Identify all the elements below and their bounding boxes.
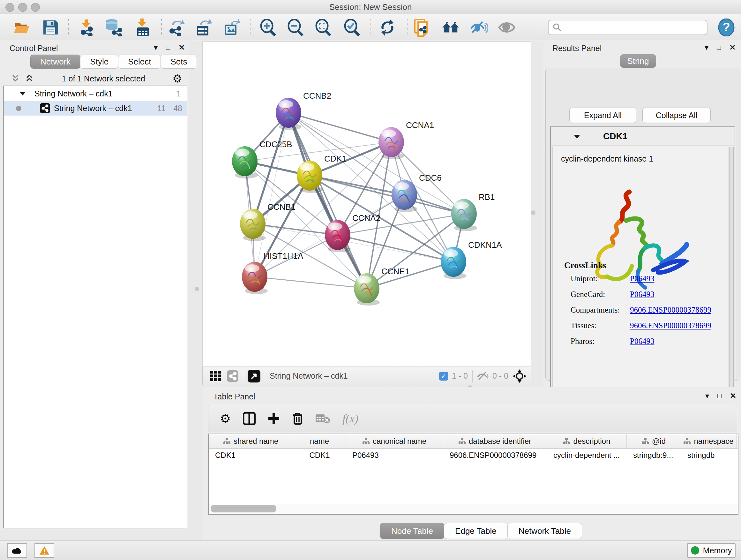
- collapse-entry-arrow-icon[interactable]: [573, 134, 581, 139]
- zoom-fit-button[interactable]: [315, 18, 333, 37]
- close-panel-icon[interactable]: ✕: [179, 44, 185, 51]
- memory-button[interactable]: Memory: [687, 543, 736, 558]
- collection-expand-arrow-icon[interactable]: [19, 91, 26, 96]
- edge-CCNB2-CCNE1[interactable]: [288, 113, 367, 288]
- table-options-gear-icon[interactable]: ⚙: [220, 412, 231, 426]
- node-CCNB1[interactable]: CCNB1: [240, 202, 295, 241]
- table-cell[interactable]: cyclin-dependent ...: [547, 449, 627, 462]
- save-session-button[interactable]: [42, 18, 59, 37]
- float-panel-icon[interactable]: ▾: [704, 44, 709, 51]
- table-cell[interactable]: stringdb:9...: [627, 449, 681, 462]
- tab-string[interactable]: String: [620, 54, 656, 68]
- pan-crosshair-icon[interactable]: [513, 369, 526, 383]
- column-header--id[interactable]: @id: [627, 434, 681, 448]
- shared-column-icon: [642, 438, 649, 444]
- gene-header-row[interactable]: CDK1: [551, 127, 735, 146]
- home-networks-button[interactable]: [442, 18, 460, 37]
- network-canvas[interactable]: CCNB2CCNA1CDC25BCDK1CDC6RB1CCNB1CCNA2CDK…: [202, 42, 531, 367]
- warnings-button[interactable]: [35, 543, 54, 558]
- birdseye-view-icon[interactable]: [248, 370, 260, 382]
- float-panel-icon[interactable]: ▾: [154, 44, 158, 51]
- add-column-plus-icon[interactable]: [268, 413, 280, 425]
- crosslink-link[interactable]: 9606.ENSP00000378699: [630, 321, 711, 330]
- column-header-shared-name[interactable]: shared name: [209, 434, 293, 448]
- crosslink-link[interactable]: P06493: [630, 290, 654, 299]
- tab-sets[interactable]: Sets: [160, 55, 197, 69]
- export-network-button[interactable]: [167, 18, 185, 37]
- table-cell[interactable]: stringdb: [681, 449, 737, 462]
- close-panel-icon[interactable]: ✕: [730, 392, 736, 400]
- tab-select[interactable]: Select: [118, 55, 161, 69]
- edge-CDKN1A-CCNE1[interactable]: [367, 262, 454, 288]
- cloud-button[interactable]: [7, 543, 27, 558]
- search-field[interactable]: [548, 20, 708, 35]
- node-RB1[interactable]: RB1: [451, 192, 495, 231]
- network-row[interactable]: String Network – cdk1 11 48: [4, 101, 187, 116]
- scrollbar-thumb[interactable]: [211, 505, 276, 512]
- right-splitter-handle[interactable]: [531, 210, 536, 215]
- selected-checkbox-icon[interactable]: ✓: [439, 372, 448, 381]
- tab-network[interactable]: Network: [30, 55, 80, 69]
- expand-all-button[interactable]: Expand All: [569, 108, 636, 123]
- tab-edge-table[interactable]: Edge Table: [444, 523, 508, 539]
- table-cell[interactable]: CDK1: [209, 449, 293, 462]
- float-panel-icon[interactable]: ▾: [705, 392, 709, 400]
- collapse-all-chevron-icon[interactable]: [11, 74, 20, 83]
- search-input[interactable]: [564, 23, 707, 32]
- close-panel-icon[interactable]: ✕: [729, 44, 736, 51]
- table-horizontal-scrollbar[interactable]: [209, 504, 737, 513]
- node-table[interactable]: shared namenamecanonical namedatabase id…: [208, 434, 738, 515]
- zoom-in-button[interactable]: [259, 18, 277, 37]
- node-CCNA1[interactable]: CCNA1: [379, 120, 434, 159]
- tab-network-table[interactable]: Network Table: [508, 523, 582, 539]
- help-button[interactable]: ?: [718, 18, 735, 37]
- maximize-panel-icon[interactable]: □: [718, 392, 722, 400]
- maximize-panel-icon[interactable]: □: [166, 44, 170, 51]
- show-columns-icon[interactable]: [243, 412, 256, 425]
- open-session-button[interactable]: [13, 18, 30, 37]
- column-header-canonical-name[interactable]: canonical name: [346, 434, 443, 448]
- column-header-description[interactable]: description: [547, 434, 627, 448]
- string-results-container: Expand All Collapse All CDK1 cyclin-depe…: [545, 68, 739, 381]
- export-table-button[interactable]: [195, 18, 212, 37]
- edge-CCNB2-CCNA1[interactable]: [288, 113, 391, 142]
- tab-style[interactable]: Style: [80, 55, 118, 69]
- crosslink-link[interactable]: 9606.ENSP00000378699: [630, 306, 711, 314]
- network-collection-row[interactable]: String Network – cdk1 1: [4, 86, 187, 101]
- import-network-button[interactable]: [78, 18, 96, 37]
- network-view-icon[interactable]: [227, 370, 239, 382]
- table-cell[interactable]: P06493: [346, 449, 443, 462]
- table-cell[interactable]: CDK1: [293, 449, 346, 462]
- column-header-name[interactable]: name: [293, 434, 346, 448]
- node-CCNE1[interactable]: CCNE1: [354, 266, 409, 306]
- delete-column-trash-icon[interactable]: [292, 412, 304, 425]
- network-options-gear-icon[interactable]: ⚙: [173, 72, 182, 85]
- crosslink-link[interactable]: P06493: [630, 274, 654, 283]
- results-scrollbar[interactable]: [729, 147, 734, 397]
- network-graph[interactable]: CCNB2CCNA1CDC25BCDK1CDC6RB1CCNB1CCNA2CDK…: [203, 42, 531, 367]
- show-hide-graphics-button[interactable]: [470, 18, 488, 37]
- crosslink-link[interactable]: P06493: [630, 337, 654, 346]
- copy-style-button[interactable]: [413, 18, 431, 37]
- table-cell[interactable]: 9606.ENSP00000378699: [443, 449, 547, 462]
- maximize-panel-icon[interactable]: □: [717, 44, 721, 51]
- import-network-from-database-button[interactable]: [105, 18, 123, 37]
- table-row[interactable]: CDK1CDK1P064939606.ENSP00000378699cyclin…: [209, 449, 738, 462]
- eye-preview-icon[interactable]: [498, 18, 516, 37]
- column-header-namespace[interactable]: namespace: [681, 434, 737, 448]
- expand-all-chevron-icon[interactable]: [25, 74, 35, 83]
- apply-layout-button[interactable]: [379, 18, 396, 37]
- left-splitter-handle[interactable]: [195, 287, 199, 291]
- tab-node-table[interactable]: Node Table: [380, 523, 444, 539]
- node-HIST1H1A[interactable]: HIST1H1A: [242, 251, 304, 294]
- export-image-button[interactable]: [223, 18, 241, 37]
- node-CDKN1A[interactable]: CDKN1A: [441, 240, 502, 279]
- column-header-database-identifier[interactable]: database identifier: [443, 434, 547, 448]
- import-table-button[interactable]: [134, 18, 151, 37]
- zoom-selected-button[interactable]: [343, 18, 361, 37]
- collapse-all-button[interactable]: Collapse All: [643, 108, 711, 123]
- edge-CCNA2-CDKN1A[interactable]: [338, 235, 454, 262]
- grid-view-icon[interactable]: [210, 371, 221, 381]
- node-CCNB2[interactable]: CCNB2: [276, 91, 331, 130]
- zoom-out-button[interactable]: [287, 18, 305, 37]
